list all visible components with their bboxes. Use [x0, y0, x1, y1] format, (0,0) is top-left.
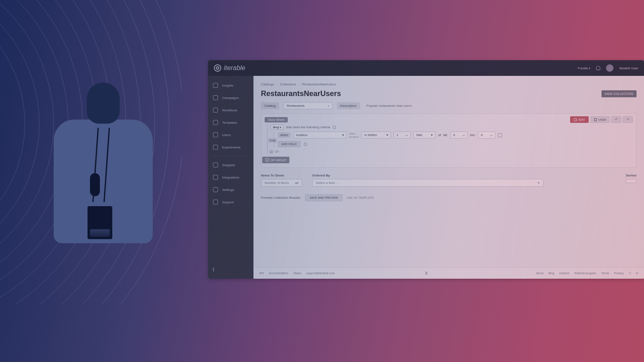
description-input[interactable]: Popular restaurants near users — [364, 103, 637, 109]
stepper-icon[interactable]: ▴▾ — [462, 134, 465, 136]
svg-point-0 — [0, 0, 25, 256]
page-title: RestaurantsNearUsers — [261, 89, 341, 98]
preview-label: Preview Collection Results: — [261, 196, 301, 200]
match-any-select[interactable]: Any ▾ — [270, 125, 284, 130]
footer-link-careers[interactable]: Careers — [559, 272, 570, 275]
main-panel: Catalogs › Collections › RestaurantsNear… — [253, 76, 644, 279]
or-row[interactable]: Or — [270, 150, 633, 153]
user-name: Iterable User — [619, 66, 638, 70]
chevron-down-icon: ▾ — [386, 133, 388, 137]
sidebar-item-users[interactable]: Users — [208, 129, 253, 141]
chevron-down-icon: ▾ — [431, 133, 433, 137]
edit-mode-button[interactable]: EDIT — [570, 116, 589, 123]
brand-name: iterable — [224, 64, 245, 72]
save-and-preview-button[interactable]: SAVE AND PREVIEW — [305, 194, 343, 201]
sidebar-item-snippets[interactable]: Snippets — [208, 159, 253, 171]
chevron-down-icon: ▾ — [538, 181, 540, 185]
gear-icon[interactable] — [333, 126, 336, 129]
sidebar: Insights Campaigns Workflows Templates U… — [208, 76, 253, 279]
sidebar-footer — [208, 263, 253, 275]
footer-logo-icon — [426, 271, 426, 275]
megaphone-icon — [213, 95, 218, 100]
sidebar-item-settings[interactable]: Settings — [208, 183, 253, 196]
sidebar-item-workflows[interactable]: Workflows — [208, 104, 253, 116]
brand-logo-icon — [214, 64, 221, 72]
gear-icon[interactable] — [304, 143, 307, 146]
plug-icon — [213, 175, 218, 180]
code-icon — [213, 162, 218, 167]
items-to-show: Items To Show Number of items ▴▾ — [261, 174, 302, 187]
sidebar-separator — [213, 156, 249, 156]
svg-point-11 — [0, 0, 182, 304]
svg-point-6 — [0, 0, 111, 304]
sorted: Sorted — [626, 174, 637, 183]
brand[interactable]: iterable — [214, 64, 245, 72]
footer-link-status[interactable]: Status — [293, 272, 301, 275]
sidebar-item-experiments[interactable]: Experiments — [208, 141, 253, 153]
chevron-down-icon: ▾ — [589, 67, 590, 70]
sorted-button[interactable] — [626, 179, 637, 183]
description-label: Description — [337, 102, 360, 109]
view-mode-button[interactable]: VIEW — [590, 116, 610, 123]
sidebar-item-campaigns[interactable]: Campaigns — [208, 92, 253, 104]
breadcrumb: Catalogs › Collections › RestaurantsNear… — [261, 82, 637, 86]
svg-point-7 — [0, 0, 126, 304]
sidebar-item-templates[interactable]: Templates — [208, 116, 253, 129]
or-group-button[interactable]: OR GROUP — [262, 157, 289, 163]
use-in-template-button[interactable]: USE IN TEMPLATE — [347, 196, 374, 199]
svg-point-8 — [0, 0, 140, 304]
sidebar-item-insights[interactable]: Insights — [208, 79, 253, 92]
footer-link-referral[interactable]: Referral program — [575, 272, 597, 275]
save-collection-button[interactable]: SAVE COLLECTION — [601, 90, 637, 97]
redo-icon: ↷ — [627, 118, 629, 121]
footer-link-terms[interactable]: Terms — [601, 272, 609, 275]
pencil-icon — [574, 118, 577, 121]
stepper-icon[interactable]: ▴▾ — [405, 134, 408, 136]
footer-link-support-email[interactable]: support@iterable.com — [306, 272, 335, 275]
lon-input[interactable]: 0▴▾ — [478, 132, 495, 139]
linkedin-icon[interactable]: in — [636, 272, 638, 275]
ordered-by: Ordered By Select a field… ▾ — [312, 174, 616, 187]
lat-input[interactable]: 0▴▾ — [450, 132, 468, 139]
chevron-down-icon: ▾ — [342, 133, 344, 137]
app-window: iterable Foodie ▾ Iterable User Insights… — [208, 60, 644, 279]
value-mode-label: Value Dynamic — [349, 132, 359, 139]
trash-icon[interactable] — [498, 133, 502, 137]
add-field-button[interactable]: ADD FIELD — [278, 141, 301, 147]
footer-link-docs[interactable]: Documentation — [269, 272, 288, 275]
project-switcher[interactable]: Foodie ▾ — [578, 66, 591, 70]
ordered-by-select[interactable]: Select a field… ▾ — [312, 179, 543, 187]
redo-button[interactable]: ↷ — [623, 116, 633, 123]
footer-link-blog[interactable]: Blog — [549, 272, 554, 275]
footer-link-api[interactable]: API — [259, 272, 264, 275]
template-icon — [213, 120, 218, 125]
sidebar-item-integrations[interactable]: Integrations — [208, 171, 253, 183]
crumb-catalogs[interactable]: Catalogs — [261, 82, 274, 86]
operator-select[interactable]: Is Within▾ — [361, 132, 391, 139]
footer-link-about[interactable]: About — [536, 272, 543, 275]
bell-icon[interactable] — [596, 66, 600, 70]
undo-button[interactable]: ↶ — [611, 116, 621, 123]
undo-icon: ↶ — [615, 118, 618, 121]
sidebar-item-support[interactable]: Support — [208, 196, 253, 208]
catalog-select[interactable]: Restaurants ▾ — [283, 102, 333, 109]
items-to-show-input[interactable]: Number of items ▴▾ — [261, 179, 302, 187]
distance-input[interactable]: 1▴▾ — [393, 132, 411, 139]
flask-icon — [213, 145, 218, 150]
crumb-collections[interactable]: Collections — [280, 82, 296, 86]
collapse-icon[interactable] — [213, 267, 214, 272]
topbar: iterable Foodie ▾ Iterable User — [208, 60, 644, 76]
twitter-icon[interactable]: 𝕏 — [629, 272, 631, 275]
plus-icon — [265, 158, 269, 162]
footer-link-privacy[interactable]: Privacy — [614, 272, 624, 275]
unit-select[interactable]: Mile▾ — [413, 132, 436, 139]
stepper-icon[interactable]: ▴▾ — [490, 134, 492, 136]
eye-icon — [594, 118, 597, 121]
avatar[interactable] — [606, 64, 613, 72]
stepper-icon[interactable]: ▴▾ — [295, 181, 298, 185]
topbar-right: Foodie ▾ Iterable User — [578, 64, 639, 72]
field-select[interactable]: location▾ — [293, 132, 347, 139]
sorted-label: Sorted — [626, 174, 637, 177]
match-row: Any ▾ that meet the following criteria — [270, 125, 633, 130]
show-where-pill: Show Where — [265, 117, 288, 122]
